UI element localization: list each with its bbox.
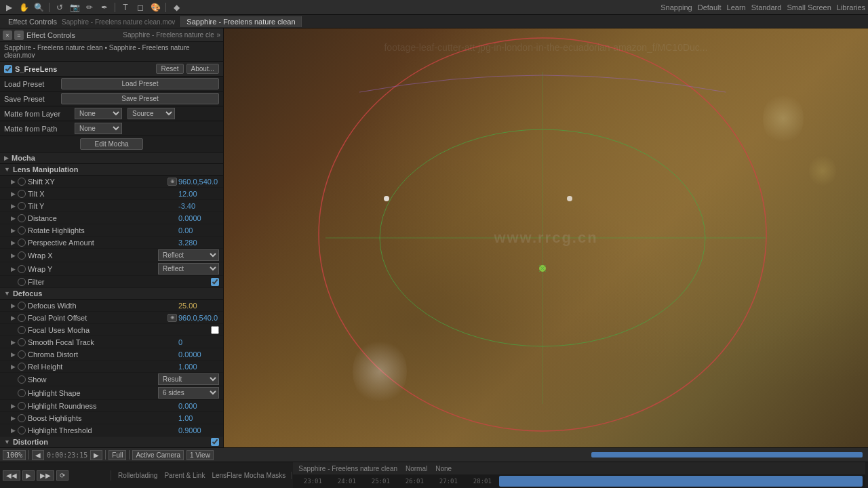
tilt-y-name: Tilt Y xyxy=(28,202,178,210)
focal-mocha-checkbox[interactable] xyxy=(211,326,219,334)
tl-loop-btn[interactable]: ⟳ xyxy=(56,470,68,481)
zoom-level[interactable]: 100% xyxy=(3,450,26,460)
tab-effect-controls[interactable]: Effect Controls Sapphire - Freelens natu… xyxy=(3,16,181,27)
workspace-small-screen[interactable]: Small Screen xyxy=(787,3,831,12)
view-mode[interactable]: 1 View xyxy=(186,450,214,460)
rotate-tool[interactable]: ↺ xyxy=(54,1,66,14)
lens-section-header[interactable]: ▼ Lens Manipulation xyxy=(0,164,223,176)
panel-expand-btn[interactable]: » xyxy=(216,31,220,39)
tilt-y-value[interactable]: -3.40 xyxy=(178,202,219,210)
workspace-standard[interactable]: Standard xyxy=(751,3,782,12)
tl-tab-parent-link[interactable]: Parent & Link xyxy=(161,472,208,479)
shift-xy-coord-icon[interactable]: ⊕ xyxy=(167,178,177,186)
tilt-y-expand[interactable]: ▶ xyxy=(11,203,18,209)
smooth-focal-name: Smooth Focal Track xyxy=(28,338,178,346)
highlight-roundness-row: ▶ Highlight Roundness 0.000 xyxy=(0,400,223,412)
rel-height-expand[interactable]: ▶ xyxy=(11,363,18,370)
smooth-focal-expand[interactable]: ▶ xyxy=(11,339,18,346)
rotate-highlights-expand[interactable]: ▶ xyxy=(11,227,18,234)
rel-height-value[interactable]: 1.000 xyxy=(178,363,219,371)
distortion-section-header[interactable]: ▼ Distortion xyxy=(0,436,223,447)
rotate-highlights-value[interactable]: 0.00 xyxy=(178,226,219,235)
defocus-width-expand[interactable]: ▶ xyxy=(11,302,18,309)
mocha-section-header[interactable]: ▶ Mocha xyxy=(0,152,223,164)
about-button[interactable]: About... xyxy=(186,64,219,74)
camera-tool[interactable]: 📷 xyxy=(68,1,81,14)
focal-point-expand[interactable]: ▶ xyxy=(11,314,18,321)
load-preset-button[interactable]: Load Preset xyxy=(61,78,219,89)
show-select[interactable]: Result xyxy=(158,373,219,385)
pen-tool[interactable]: ✒ xyxy=(98,1,111,14)
highlight-threshold-expand[interactable]: ▶ xyxy=(11,427,18,434)
edit-mocha-button[interactable]: Edit Mocha xyxy=(80,138,142,150)
wrap-x-expand[interactable]: ▶ xyxy=(11,252,18,259)
tl-tab-lensflare[interactable]: LensFlare Mocha Masks xyxy=(209,472,288,479)
next-keyframe-btn[interactable]: ▶ xyxy=(90,450,102,460)
tl-play-back-btn[interactable]: ◀◀ xyxy=(3,470,20,481)
matte-path-select[interactable]: None xyxy=(75,123,122,134)
tl-track-bar[interactable] xyxy=(499,476,863,487)
chroma-distort-value[interactable]: 0.0000 xyxy=(178,350,219,359)
workspace-default[interactable]: Default xyxy=(698,3,722,12)
tl-left-controls: ◀◀ ▶ ▶▶ ⟳ xyxy=(3,470,111,481)
focal-point-coord-icon[interactable]: ⊕ xyxy=(167,314,177,322)
close-icon[interactable]: × xyxy=(3,30,12,40)
wrap-x-select[interactable]: Reflect xyxy=(158,249,219,261)
tl-progress-bar[interactable] xyxy=(591,452,863,458)
focal-point-name: Focal Point Offset xyxy=(28,314,167,322)
save-preset-button[interactable]: Save Preset xyxy=(61,93,219,104)
highlight-roundness-expand[interactable]: ▶ xyxy=(11,403,18,409)
distance-row: ▶ Distance 0.0000 xyxy=(0,212,223,224)
full-quality[interactable]: Full xyxy=(108,450,126,460)
tl-play-btn[interactable]: ▶ xyxy=(22,470,35,481)
distance-value[interactable]: 0.0000 xyxy=(178,214,219,222)
defocus-section-header[interactable]: ▼ Defocus xyxy=(0,288,223,300)
reset-button[interactable]: Reset xyxy=(156,64,183,74)
distance-expand[interactable]: ▶ xyxy=(11,215,18,222)
camera-mode[interactable]: Active Camera xyxy=(132,450,184,460)
tab-bar: Effect Controls Sapphire - Freelens natu… xyxy=(0,15,868,28)
type-tool[interactable]: T xyxy=(119,1,132,14)
matte-source-select[interactable]: Source xyxy=(127,108,175,119)
panel-menu-icon[interactable]: = xyxy=(14,30,24,40)
paint-tool[interactable]: 🎨 xyxy=(149,1,161,14)
focal-point-coord: ⊕ 960.0,540.0 xyxy=(167,314,219,322)
tilt-x-expand[interactable]: ▶ xyxy=(11,190,18,197)
zoom-tool[interactable]: 🔍 xyxy=(33,1,45,14)
wrap-y-expand[interactable]: ▶ xyxy=(11,266,18,272)
defocus-width-value[interactable]: 25.00 xyxy=(178,302,219,310)
workspace-learn[interactable]: Learn xyxy=(727,3,746,12)
hand-tool[interactable]: ✋ xyxy=(18,1,30,14)
highlight-roundness-value[interactable]: 0.000 xyxy=(178,402,219,410)
chroma-distort-expand[interactable]: ▶ xyxy=(11,351,18,358)
distortion-checkbox[interactable] xyxy=(211,438,219,446)
highlight-threshold-value[interactable]: 0.9000 xyxy=(178,426,219,434)
shift-xy-value[interactable]: 960.0,540.0 xyxy=(178,178,219,186)
shift-xy-expand[interactable]: ▶ xyxy=(11,178,18,185)
tilt-x-value[interactable]: 12.00 xyxy=(178,190,219,198)
tl-play-fwd-btn[interactable]: ▶▶ xyxy=(37,470,54,481)
wrap-y-select[interactable]: Reflect xyxy=(158,263,219,274)
smooth-focal-value[interactable]: 0 xyxy=(178,338,219,346)
workspace-libraries[interactable]: Libraries xyxy=(837,3,865,12)
puppet-tool[interactable]: ◆ xyxy=(170,1,182,14)
perspective-value[interactable]: 3.280 xyxy=(178,239,219,247)
brush-tool[interactable]: ✏ xyxy=(83,1,96,14)
distortion-section-label: Distortion xyxy=(13,438,48,446)
fx-checkbox[interactable] xyxy=(4,65,12,73)
shift-xy-icon xyxy=(18,178,26,186)
boost-highlights-expand[interactable]: ▶ xyxy=(11,415,18,422)
boost-highlights-value[interactable]: 1.00 xyxy=(178,414,219,422)
arrow-tool[interactable]: ▶ xyxy=(3,1,15,14)
tab-freelens[interactable]: Sapphire - Freelens nature clean xyxy=(181,16,301,27)
focal-point-value[interactable]: 960.0,540.0 xyxy=(178,314,219,322)
rotate-highlights-row: ▶ Rotate Highlights 0.00 xyxy=(0,224,223,237)
prev-keyframe-btn[interactable]: ◀ xyxy=(32,450,44,460)
shape-tool[interactable]: ◻ xyxy=(134,1,146,14)
perspective-expand[interactable]: ▶ xyxy=(11,239,18,246)
tl-tab-rollerblading[interactable]: Rollerblading xyxy=(115,472,160,479)
matte-path-row: Matte from Path None xyxy=(0,121,223,136)
filter-checkbox[interactable] xyxy=(211,278,219,286)
matte-layer-select[interactable]: None xyxy=(75,108,122,119)
highlight-shape-select[interactable]: 6 sides xyxy=(158,387,219,399)
